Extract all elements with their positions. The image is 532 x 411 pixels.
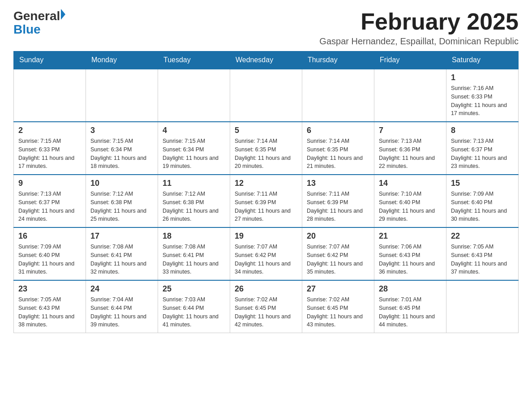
calendar-cell: 26Sunrise: 7:02 AMSunset: 6:45 PMDayligh…	[230, 280, 302, 333]
calendar-week-row: 2Sunrise: 7:15 AMSunset: 6:33 PMDaylight…	[14, 122, 519, 175]
day-number: 17	[90, 231, 153, 241]
day-number: 12	[235, 179, 297, 188]
calendar-cell: 9Sunrise: 7:13 AMSunset: 6:37 PMDaylight…	[14, 175, 86, 227]
calendar-cell: 14Sunrise: 7:10 AMSunset: 6:40 PMDayligh…	[374, 175, 446, 227]
calendar-cell: 1Sunrise: 7:16 AMSunset: 6:33 PMDaylight…	[446, 69, 518, 122]
day-info: Sunrise: 7:03 AMSunset: 6:44 PMDaylight:…	[163, 295, 225, 329]
calendar-day-header: Saturday	[446, 51, 518, 69]
day-info: Sunrise: 7:05 AMSunset: 6:43 PMDaylight:…	[18, 295, 81, 329]
day-info: Sunrise: 7:04 AMSunset: 6:44 PMDaylight:…	[90, 295, 153, 329]
day-number: 1	[451, 73, 514, 82]
day-number: 4	[163, 126, 225, 135]
day-info: Sunrise: 7:06 AMSunset: 6:43 PMDaylight:…	[379, 243, 442, 276]
calendar-cell: 7Sunrise: 7:13 AMSunset: 6:36 PMDaylight…	[374, 122, 446, 175]
calendar-day-header: Thursday	[302, 51, 374, 69]
day-number: 2	[18, 126, 81, 135]
calendar-cell	[86, 69, 158, 122]
calendar-cell: 24Sunrise: 7:04 AMSunset: 6:44 PMDayligh…	[86, 280, 158, 333]
day-info: Sunrise: 7:14 AMSunset: 6:35 PMDaylight:…	[235, 137, 297, 171]
day-info: Sunrise: 7:15 AMSunset: 6:34 PMDaylight:…	[90, 137, 153, 171]
day-info: Sunrise: 7:02 AMSunset: 6:45 PMDaylight:…	[235, 295, 297, 329]
day-number: 3	[90, 126, 153, 135]
calendar-cell	[302, 69, 374, 122]
day-info: Sunrise: 7:09 AMSunset: 6:40 PMDaylight:…	[18, 243, 81, 276]
day-info: Sunrise: 7:02 AMSunset: 6:45 PMDaylight:…	[307, 295, 369, 329]
day-number: 7	[379, 126, 442, 135]
day-number: 10	[90, 179, 153, 188]
day-number: 14	[379, 179, 442, 188]
calendar-day-header: Monday	[86, 51, 158, 69]
day-info: Sunrise: 7:10 AMSunset: 6:40 PMDaylight:…	[379, 190, 442, 223]
calendar-cell: 19Sunrise: 7:07 AMSunset: 6:42 PMDayligh…	[230, 227, 302, 280]
calendar-cell: 18Sunrise: 7:08 AMSunset: 6:41 PMDayligh…	[158, 227, 230, 280]
day-info: Sunrise: 7:13 AMSunset: 6:36 PMDaylight:…	[379, 137, 442, 171]
day-number: 19	[235, 231, 297, 241]
calendar-cell: 21Sunrise: 7:06 AMSunset: 6:43 PMDayligh…	[374, 227, 446, 280]
day-number: 18	[163, 231, 225, 241]
calendar-cell: 28Sunrise: 7:01 AMSunset: 6:45 PMDayligh…	[374, 280, 446, 333]
day-number: 27	[307, 284, 369, 294]
calendar-cell: 4Sunrise: 7:15 AMSunset: 6:34 PMDaylight…	[158, 122, 230, 175]
calendar-week-row: 1Sunrise: 7:16 AMSunset: 6:33 PMDaylight…	[14, 69, 519, 122]
calendar-cell	[14, 69, 86, 122]
calendar-cell	[374, 69, 446, 122]
day-number: 8	[451, 126, 514, 135]
calendar-day-header: Friday	[374, 51, 446, 69]
day-number: 21	[379, 231, 442, 241]
day-info: Sunrise: 7:08 AMSunset: 6:41 PMDaylight:…	[90, 243, 153, 276]
day-number: 20	[307, 231, 369, 241]
calendar-cell	[446, 280, 518, 333]
calendar-cell: 10Sunrise: 7:12 AMSunset: 6:38 PMDayligh…	[86, 175, 158, 227]
day-number: 24	[90, 284, 153, 294]
day-info: Sunrise: 7:15 AMSunset: 6:33 PMDaylight:…	[18, 137, 81, 171]
day-number: 5	[235, 126, 297, 135]
calendar-cell: 15Sunrise: 7:09 AMSunset: 6:40 PMDayligh…	[446, 175, 518, 227]
calendar-cell: 11Sunrise: 7:12 AMSunset: 6:38 PMDayligh…	[158, 175, 230, 227]
logo: General Blue	[13, 9, 65, 36]
title-block: February 2025 Gaspar Hernandez, Espailla…	[319, 9, 519, 47]
calendar-cell: 3Sunrise: 7:15 AMSunset: 6:34 PMDaylight…	[86, 122, 158, 175]
day-info: Sunrise: 7:15 AMSunset: 6:34 PMDaylight:…	[163, 137, 225, 171]
day-number: 22	[451, 231, 514, 241]
day-number: 23	[18, 284, 81, 294]
day-number: 11	[163, 179, 225, 188]
logo-general-text: General	[13, 10, 60, 22]
logo-arrow-icon	[61, 9, 65, 20]
calendar-cell	[158, 69, 230, 122]
day-number: 15	[451, 179, 514, 188]
day-info: Sunrise: 7:08 AMSunset: 6:41 PMDaylight:…	[163, 243, 225, 276]
day-info: Sunrise: 7:12 AMSunset: 6:38 PMDaylight:…	[90, 190, 153, 223]
calendar-day-header: Tuesday	[158, 51, 230, 69]
calendar-header-row: SundayMondayTuesdayWednesdayThursdayFrid…	[14, 51, 519, 69]
day-info: Sunrise: 7:14 AMSunset: 6:35 PMDaylight:…	[307, 137, 369, 171]
calendar-cell: 13Sunrise: 7:11 AMSunset: 6:39 PMDayligh…	[302, 175, 374, 227]
calendar-cell: 12Sunrise: 7:11 AMSunset: 6:39 PMDayligh…	[230, 175, 302, 227]
calendar-day-header: Wednesday	[230, 51, 302, 69]
calendar-week-row: 16Sunrise: 7:09 AMSunset: 6:40 PMDayligh…	[14, 227, 519, 280]
calendar-day-header: Sunday	[14, 51, 86, 69]
calendar-cell: 8Sunrise: 7:13 AMSunset: 6:37 PMDaylight…	[446, 122, 518, 175]
day-number: 9	[18, 179, 81, 188]
location-subtitle: Gaspar Hernandez, Espaillat, Dominican R…	[319, 36, 519, 47]
calendar-cell	[230, 69, 302, 122]
day-number: 28	[379, 284, 442, 294]
calendar-table: SundayMondayTuesdayWednesdayThursdayFrid…	[13, 51, 519, 333]
day-info: Sunrise: 7:13 AMSunset: 6:37 PMDaylight:…	[451, 137, 514, 171]
calendar-cell: 17Sunrise: 7:08 AMSunset: 6:41 PMDayligh…	[86, 227, 158, 280]
day-info: Sunrise: 7:07 AMSunset: 6:42 PMDaylight:…	[235, 243, 297, 276]
day-number: 13	[307, 179, 369, 188]
day-info: Sunrise: 7:01 AMSunset: 6:45 PMDaylight:…	[379, 295, 442, 329]
calendar-cell: 23Sunrise: 7:05 AMSunset: 6:43 PMDayligh…	[14, 280, 86, 333]
day-info: Sunrise: 7:11 AMSunset: 6:39 PMDaylight:…	[235, 190, 297, 223]
day-number: 26	[235, 284, 297, 294]
day-number: 25	[163, 284, 225, 294]
calendar-cell: 20Sunrise: 7:07 AMSunset: 6:42 PMDayligh…	[302, 227, 374, 280]
month-title: February 2025	[319, 9, 519, 34]
calendar-cell: 16Sunrise: 7:09 AMSunset: 6:40 PMDayligh…	[14, 227, 86, 280]
calendar-week-row: 23Sunrise: 7:05 AMSunset: 6:43 PMDayligh…	[14, 280, 519, 333]
day-number: 6	[307, 126, 369, 135]
page-header: General Blue February 2025 Gaspar Hernan…	[13, 9, 519, 47]
calendar-cell: 25Sunrise: 7:03 AMSunset: 6:44 PMDayligh…	[158, 280, 230, 333]
day-number: 16	[18, 231, 81, 241]
day-info: Sunrise: 7:07 AMSunset: 6:42 PMDaylight:…	[307, 243, 369, 276]
